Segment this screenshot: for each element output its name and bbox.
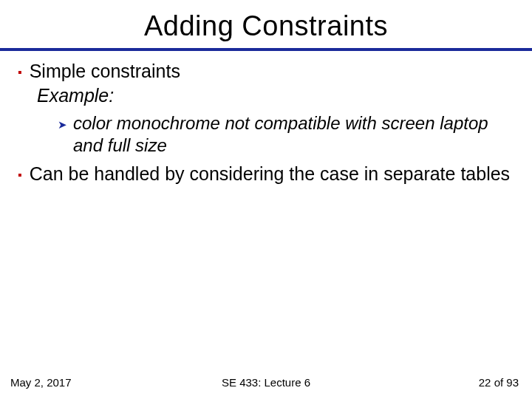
slide-title: Adding Constraints	[0, 10, 532, 42]
bullet-2-row: ▪ Can be handled by considering the case…	[18, 163, 514, 185]
bullet-1-text: Simple constraints	[30, 60, 514, 83]
sub-bullet-1-text: color monochrome not compatible with scr…	[73, 112, 514, 157]
slide: Adding Constraints ▪ Simple constraints …	[0, 0, 532, 399]
footer-date: May 2, 2017	[10, 376, 72, 389]
bullet-1-row: ▪ Simple constraints	[18, 60, 514, 83]
bullet-2-text: Can be handled by considering the case i…	[30, 163, 514, 185]
bullet-1: ▪ Simple constraints Example:	[18, 60, 514, 108]
sub-bullet-1: ➤ color monochrome not compatible with s…	[58, 112, 514, 157]
title-area: Adding Constraints	[0, 0, 532, 42]
bullet-2: ▪ Can be handled by considering the case…	[18, 163, 514, 185]
footer-course: SE 433: Lecture 6	[222, 376, 310, 389]
square-bullet-icon: ▪	[18, 166, 22, 184]
arrow-bullet-icon: ➤	[58, 115, 67, 134]
square-bullet-icon: ▪	[18, 63, 22, 81]
footer: May 2, 2017 SE 433: Lecture 6 22 of 93	[0, 376, 532, 389]
slide-body: ▪ Simple constraints Example: ➤ color mo…	[0, 51, 532, 185]
bullet-1-example: Example:	[37, 84, 514, 107]
footer-page: 22 of 93	[479, 376, 519, 389]
